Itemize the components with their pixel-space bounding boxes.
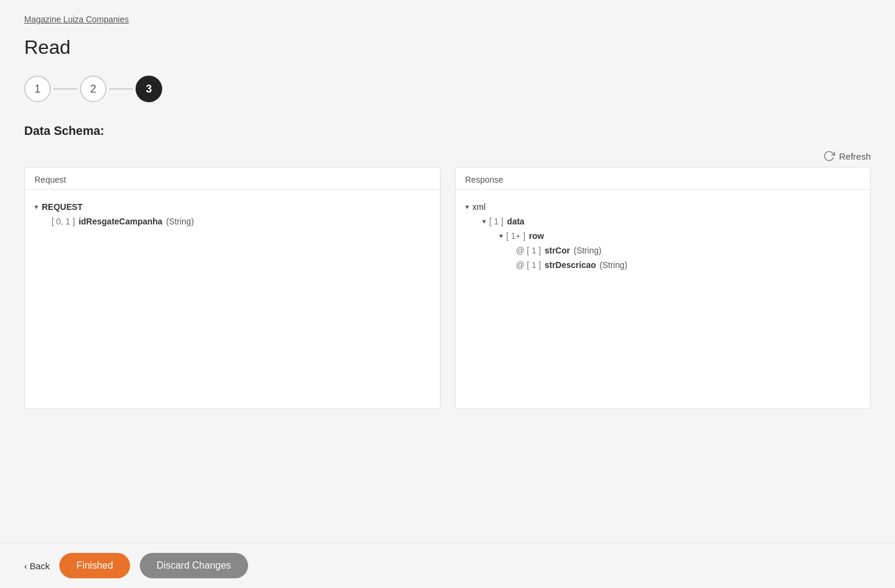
response-strdescricao-prefix: @ [ 1 ]: [516, 260, 541, 270]
response-data-chevron[interactable]: ▾: [482, 217, 486, 226]
response-data-row: ▾ [ 1 ] data: [482, 214, 628, 229]
step-connector-2: [109, 88, 133, 90]
response-panel-label: Response: [456, 168, 871, 190]
step-2[interactable]: 2: [80, 76, 107, 102]
response-strcor-type: (String): [574, 246, 602, 255]
request-root-row: ▾ REQUEST: [34, 200, 83, 214]
refresh-icon: [823, 150, 835, 162]
refresh-button[interactable]: Refresh: [823, 150, 871, 162]
request-root-label: REQUEST: [42, 202, 83, 212]
response-strdescricao-name: strDescricao: [545, 260, 596, 270]
request-panel-content: ▾ REQUEST [ 0, 1 ] idResgateCampanha (St…: [25, 190, 440, 238]
response-strcor-name: strCor: [545, 246, 570, 255]
request-panel: Request ▾ REQUEST [ 0, 1 ] idResgateCamp…: [24, 167, 441, 409]
response-xml-label: xml: [473, 202, 486, 212]
step-connector-1: [53, 88, 77, 90]
request-field-name: idResgateCampanha: [79, 217, 162, 226]
finished-button[interactable]: Finished: [59, 553, 129, 578]
response-xml-chevron[interactable]: ▾: [465, 203, 469, 211]
response-strcor-prefix: @ [ 1 ]: [516, 246, 541, 255]
section-title: Data Schema:: [24, 124, 871, 138]
request-tree-children: [ 0, 1 ] idResgateCampanha (String): [34, 214, 194, 229]
page-container: Magazine Luiza Companies Read 1 2 3 Data…: [0, 0, 895, 588]
breadcrumb[interactable]: Magazine Luiza Companies: [24, 15, 871, 24]
response-row-prefix: [ 1+ ]: [507, 231, 526, 241]
response-row-chevron[interactable]: ▾: [499, 232, 503, 240]
response-xml-row: ▾ xml: [465, 200, 486, 214]
schema-panels: Request ▾ REQUEST [ 0, 1 ] idResgateCamp…: [24, 167, 871, 409]
response-row-children: @ [ 1 ] strCor (String) @ [ 1 ] strDescr…: [499, 243, 628, 272]
response-strdescricao-type: (String): [600, 260, 628, 270]
back-label: Back: [30, 561, 50, 571]
response-tree-root: ▾ xml ▾ [ 1 ] data ▾: [465, 200, 861, 272]
step-1[interactable]: 1: [24, 76, 51, 102]
request-tree-root: ▾ REQUEST [ 0, 1 ] idResgateCampanha (St…: [34, 200, 430, 229]
response-row-name: row: [529, 231, 544, 241]
discard-button[interactable]: Discard Changes: [140, 553, 248, 578]
response-data-name: data: [507, 217, 525, 226]
page-title: Read: [24, 36, 871, 59]
response-field-strcor: @ [ 1 ] strCor (String): [516, 243, 628, 258]
response-panel-content: ▾ xml ▾ [ 1 ] data ▾: [456, 190, 871, 282]
request-panel-label: Request: [25, 168, 440, 190]
response-row-row: ▾ [ 1+ ] row: [499, 229, 628, 243]
refresh-row: Refresh: [24, 150, 871, 162]
footer-bar: ‹ Back Finished Discard Changes: [0, 543, 895, 588]
response-panel: Response ▾ xml ▾ [ 1 ] data: [455, 167, 871, 409]
response-field-strdescricao: @ [ 1 ] strDescricao (String): [516, 258, 628, 272]
stepper: 1 2 3: [24, 76, 871, 102]
back-chevron-icon: ‹: [24, 561, 27, 571]
back-button[interactable]: ‹ Back: [24, 561, 50, 571]
request-field-prefix: [ 0, 1 ]: [51, 217, 75, 226]
request-field-type: (String): [166, 217, 194, 226]
response-xml-children: ▾ [ 1 ] data ▾ [ 1+ ] row: [465, 214, 628, 272]
response-data-prefix: [ 1 ]: [490, 217, 503, 226]
refresh-label: Refresh: [839, 151, 871, 162]
request-root-chevron[interactable]: ▾: [34, 203, 38, 211]
response-data-children: ▾ [ 1+ ] row @ [ 1 ] strCor (String): [482, 229, 628, 272]
step-3[interactable]: 3: [136, 76, 162, 102]
request-field-row: [ 0, 1 ] idResgateCampanha (String): [51, 214, 194, 229]
